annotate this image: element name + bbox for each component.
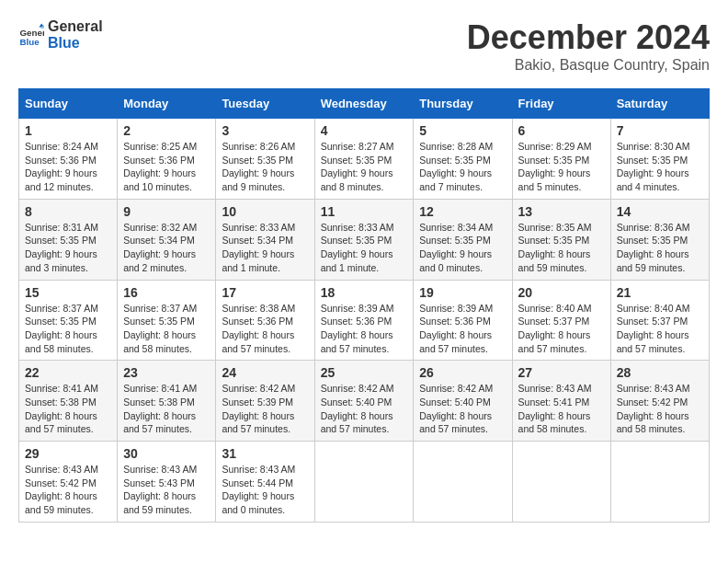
day-number: 31 (222, 446, 308, 461)
column-header-sunday: Sunday (19, 89, 118, 119)
calendar-cell: 16 Sunrise: 8:37 AM Sunset: 5:35 PM Dayl… (118, 280, 216, 361)
calendar-cell: 23 Sunrise: 8:41 AM Sunset: 5:38 PM Dayl… (118, 361, 216, 442)
day-number: 27 (518, 365, 605, 380)
calendar-cell (610, 442, 709, 523)
day-number: 3 (222, 123, 308, 138)
day-info: Sunrise: 8:38 AM Sunset: 5:36 PM Dayligh… (222, 303, 295, 354)
day-number: 19 (419, 285, 506, 300)
day-info: Sunrise: 8:39 AM Sunset: 5:36 PM Dayligh… (419, 303, 493, 354)
day-number: 22 (25, 365, 111, 380)
page-header: General Blue General Blue December 2024 … (18, 18, 710, 74)
calendar-cell: 8 Sunrise: 8:31 AM Sunset: 5:35 PM Dayli… (19, 199, 118, 280)
day-info: Sunrise: 8:40 AM Sunset: 5:37 PM Dayligh… (518, 303, 592, 354)
day-number: 24 (222, 365, 308, 380)
calendar-cell: 17 Sunrise: 8:38 AM Sunset: 5:36 PM Dayl… (216, 280, 314, 361)
column-header-saturday: Saturday (610, 89, 709, 119)
calendar-cell: 5 Sunrise: 8:28 AM Sunset: 5:35 PM Dayli… (414, 119, 512, 200)
calendar-week-3: 15 Sunrise: 8:37 AM Sunset: 5:35 PM Dayl… (19, 280, 710, 361)
calendar-cell: 18 Sunrise: 8:39 AM Sunset: 5:36 PM Dayl… (314, 280, 414, 361)
day-number: 2 (123, 123, 210, 138)
day-number: 16 (123, 285, 210, 300)
day-number: 23 (123, 365, 210, 380)
calendar-cell: 30 Sunrise: 8:43 AM Sunset: 5:43 PM Dayl… (118, 442, 216, 523)
day-number: 8 (25, 204, 111, 219)
day-info: Sunrise: 8:36 AM Sunset: 5:35 PM Dayligh… (617, 222, 690, 273)
column-header-monday: Monday (118, 89, 216, 119)
calendar-cell: 22 Sunrise: 8:41 AM Sunset: 5:38 PM Dayl… (19, 361, 118, 442)
day-info: Sunrise: 8:24 AM Sunset: 5:36 PM Dayligh… (25, 141, 98, 192)
logo-icon: General Blue (18, 22, 44, 48)
calendar-cell: 14 Sunrise: 8:36 AM Sunset: 5:35 PM Dayl… (610, 199, 709, 280)
day-info: Sunrise: 8:33 AM Sunset: 5:34 PM Dayligh… (222, 222, 295, 273)
day-info: Sunrise: 8:37 AM Sunset: 5:35 PM Dayligh… (123, 303, 197, 354)
calendar-cell: 15 Sunrise: 8:37 AM Sunset: 5:35 PM Dayl… (19, 280, 118, 361)
day-number: 10 (222, 204, 308, 219)
day-info: Sunrise: 8:29 AM Sunset: 5:35 PM Dayligh… (518, 141, 592, 192)
svg-text:Blue: Blue (19, 37, 40, 47)
calendar-cell: 29 Sunrise: 8:43 AM Sunset: 5:42 PM Dayl… (19, 442, 118, 523)
calendar-cell (512, 442, 610, 523)
calendar-cell: 2 Sunrise: 8:25 AM Sunset: 5:36 PM Dayli… (118, 119, 216, 200)
title-section: December 2024 Bakio, Basque Country, Spa… (467, 18, 710, 74)
day-info: Sunrise: 8:34 AM Sunset: 5:35 PM Dayligh… (419, 222, 493, 273)
day-info: Sunrise: 8:39 AM Sunset: 5:36 PM Dayligh… (321, 303, 394, 354)
day-number: 1 (25, 123, 111, 138)
day-number: 26 (419, 365, 506, 380)
day-number: 14 (617, 204, 703, 219)
calendar-cell: 19 Sunrise: 8:39 AM Sunset: 5:36 PM Dayl… (414, 280, 512, 361)
day-number: 15 (25, 285, 111, 300)
day-info: Sunrise: 8:41 AM Sunset: 5:38 PM Dayligh… (25, 383, 98, 434)
calendar-week-5: 29 Sunrise: 8:43 AM Sunset: 5:42 PM Dayl… (19, 442, 710, 523)
day-info: Sunrise: 8:25 AM Sunset: 5:36 PM Dayligh… (123, 141, 197, 192)
day-info: Sunrise: 8:31 AM Sunset: 5:35 PM Dayligh… (25, 222, 98, 273)
day-number: 17 (222, 285, 308, 300)
day-info: Sunrise: 8:33 AM Sunset: 5:35 PM Dayligh… (321, 222, 394, 273)
calendar-cell: 31 Sunrise: 8:43 AM Sunset: 5:44 PM Dayl… (216, 442, 314, 523)
calendar-cell: 12 Sunrise: 8:34 AM Sunset: 5:35 PM Dayl… (414, 199, 512, 280)
calendar-cell: 20 Sunrise: 8:40 AM Sunset: 5:37 PM Dayl… (512, 280, 610, 361)
day-info: Sunrise: 8:43 AM Sunset: 5:41 PM Dayligh… (518, 383, 592, 434)
day-number: 21 (617, 285, 703, 300)
day-info: Sunrise: 8:35 AM Sunset: 5:35 PM Dayligh… (518, 222, 592, 273)
calendar-header: SundayMondayTuesdayWednesdayThursdayFrid… (19, 89, 710, 119)
calendar-cell: 24 Sunrise: 8:42 AM Sunset: 5:39 PM Dayl… (216, 361, 314, 442)
day-number: 9 (123, 204, 210, 219)
day-info: Sunrise: 8:27 AM Sunset: 5:35 PM Dayligh… (321, 141, 394, 192)
day-number: 7 (617, 123, 703, 138)
month-title: December 2024 (467, 18, 710, 57)
calendar-body: 1 Sunrise: 8:24 AM Sunset: 5:36 PM Dayli… (19, 119, 710, 523)
calendar-cell: 25 Sunrise: 8:42 AM Sunset: 5:40 PM Dayl… (314, 361, 414, 442)
calendar-cell (414, 442, 512, 523)
column-header-thursday: Thursday (414, 89, 512, 119)
day-number: 13 (518, 204, 605, 219)
logo-blue-text: Blue (48, 35, 103, 52)
day-number: 28 (617, 365, 703, 380)
day-info: Sunrise: 8:42 AM Sunset: 5:40 PM Dayligh… (321, 383, 394, 434)
calendar-cell: 13 Sunrise: 8:35 AM Sunset: 5:35 PM Dayl… (512, 199, 610, 280)
day-info: Sunrise: 8:26 AM Sunset: 5:35 PM Dayligh… (222, 141, 295, 192)
day-number: 4 (321, 123, 408, 138)
day-info: Sunrise: 8:43 AM Sunset: 5:42 PM Dayligh… (25, 464, 98, 515)
calendar-cell: 26 Sunrise: 8:42 AM Sunset: 5:40 PM Dayl… (414, 361, 512, 442)
day-number: 25 (321, 365, 408, 380)
calendar-cell: 1 Sunrise: 8:24 AM Sunset: 5:36 PM Dayli… (19, 119, 118, 200)
day-info: Sunrise: 8:32 AM Sunset: 5:34 PM Dayligh… (123, 222, 197, 273)
day-info: Sunrise: 8:40 AM Sunset: 5:37 PM Dayligh… (617, 303, 690, 354)
calendar-cell: 3 Sunrise: 8:26 AM Sunset: 5:35 PM Dayli… (216, 119, 314, 200)
day-number: 12 (419, 204, 506, 219)
calendar-cell: 7 Sunrise: 8:30 AM Sunset: 5:35 PM Dayli… (610, 119, 709, 200)
day-info: Sunrise: 8:37 AM Sunset: 5:35 PM Dayligh… (25, 303, 98, 354)
day-number: 20 (518, 285, 605, 300)
day-number: 29 (25, 446, 111, 461)
logo-general-text: General (48, 18, 103, 35)
day-info: Sunrise: 8:43 AM Sunset: 5:43 PM Dayligh… (123, 464, 197, 515)
day-info: Sunrise: 8:43 AM Sunset: 5:44 PM Dayligh… (222, 464, 295, 515)
location-title: Bakio, Basque Country, Spain (467, 57, 710, 74)
logo: General Blue General Blue (18, 18, 103, 51)
calendar-cell: 6 Sunrise: 8:29 AM Sunset: 5:35 PM Dayli… (512, 119, 610, 200)
calendar-week-4: 22 Sunrise: 8:41 AM Sunset: 5:38 PM Dayl… (19, 361, 710, 442)
calendar-cell: 9 Sunrise: 8:32 AM Sunset: 5:34 PM Dayli… (118, 199, 216, 280)
day-info: Sunrise: 8:43 AM Sunset: 5:42 PM Dayligh… (617, 383, 690, 434)
day-number: 18 (321, 285, 408, 300)
day-number: 6 (518, 123, 605, 138)
